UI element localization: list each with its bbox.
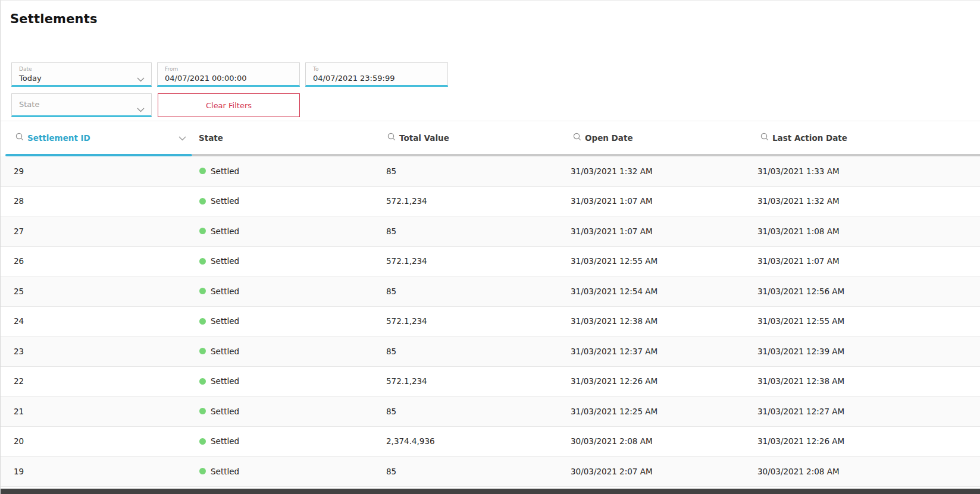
- cell-open: 31/03/2021 1:32 AM: [566, 166, 753, 176]
- cell-state: Settled: [192, 316, 381, 326]
- cell-total: 85: [381, 407, 566, 416]
- state-label: Settled: [211, 347, 239, 356]
- table-row[interactable]: 29Settled8531/03/2021 1:32 AM31/03/2021 …: [1, 156, 980, 187]
- cell-id: 28: [1, 196, 192, 206]
- search-icon[interactable]: [573, 133, 581, 143]
- cell-open: 31/03/2021 12:55 AM: [566, 256, 753, 266]
- chevron-down-icon: [137, 103, 145, 115]
- cell-state: Settled: [192, 376, 381, 386]
- table-row[interactable]: 25Settled8531/03/2021 12:54 AM31/03/2021…: [1, 276, 980, 307]
- filters-row-2: State Clear Filters: [11, 93, 980, 117]
- state-label: Settled: [211, 407, 239, 416]
- table-row[interactable]: 20Settled2,374.4,93630/03/2021 2:08 AM31…: [1, 427, 980, 457]
- bottom-bar: [1, 489, 980, 494]
- state-filter-placeholder: State: [19, 100, 39, 109]
- column-header-total-value[interactable]: Total Value: [381, 133, 566, 143]
- search-icon[interactable]: [760, 133, 769, 143]
- cell-open: 30/03/2021 2:08 AM: [566, 436, 753, 446]
- cell-id: 29: [1, 166, 192, 176]
- cell-state: Settled: [192, 256, 381, 266]
- cell-last: 31/03/2021 12:55 AM: [753, 316, 980, 326]
- status-dot-icon: [199, 168, 206, 174]
- cell-open: 31/03/2021 1:07 AM: [566, 196, 753, 206]
- cell-total: 85: [381, 287, 566, 296]
- state-label: Settled: [211, 226, 239, 236]
- table-row[interactable]: 27Settled8531/03/2021 1:07 AM31/03/2021 …: [1, 216, 980, 247]
- cell-id: 23: [1, 347, 192, 356]
- cell-total: 85: [381, 467, 566, 476]
- cell-state: Settled: [192, 287, 381, 296]
- cell-state: Settled: [192, 166, 381, 176]
- filters-row-1: Date Today From 04/07/2021 00:00:00 To 0…: [11, 62, 980, 87]
- date-filter-dropdown[interactable]: Date Today: [11, 62, 152, 87]
- cell-total: 572.1,234: [381, 256, 566, 266]
- page-title: Settlements: [10, 12, 980, 26]
- cell-id: 21: [1, 407, 192, 416]
- date-filter-value: Today: [19, 74, 145, 83]
- column-label: State: [199, 133, 223, 143]
- settlements-table: Settlement ID State Total Value Open Dat…: [1, 121, 980, 487]
- status-dot-icon: [199, 288, 206, 294]
- state-filter-dropdown[interactable]: State: [11, 93, 152, 117]
- status-dot-icon: [199, 408, 206, 414]
- cell-last: 30/03/2021 2:08 AM: [753, 467, 980, 476]
- status-dot-icon: [199, 348, 206, 354]
- cell-id: 19: [1, 467, 192, 476]
- cell-total: 85: [381, 226, 566, 236]
- state-label: Settled: [211, 467, 239, 476]
- cell-id: 26: [1, 256, 192, 266]
- to-input-value: 04/07/2021 23:59:99: [313, 74, 441, 83]
- column-header-state[interactable]: State: [192, 133, 381, 143]
- table-row[interactable]: 28Settled572.1,23431/03/2021 1:07 AM31/0…: [1, 187, 980, 217]
- cell-state: Settled: [192, 467, 381, 476]
- status-dot-icon: [199, 438, 206, 445]
- column-header-settlement-id[interactable]: Settlement ID: [1, 133, 192, 143]
- table-row[interactable]: 23Settled8531/03/2021 12:37 AM31/03/2021…: [1, 336, 980, 367]
- cell-last: 31/03/2021 1:08 AM: [753, 226, 980, 236]
- state-label: Settled: [211, 256, 239, 266]
- column-label: Settlement ID: [27, 133, 90, 143]
- column-header-last-action-date[interactable]: Last Action Date: [753, 133, 980, 143]
- to-datetime-input[interactable]: To 04/07/2021 23:59:99: [305, 62, 448, 87]
- table-header: Settlement ID State Total Value Open Dat…: [1, 121, 980, 154]
- from-datetime-input[interactable]: From 04/07/2021 00:00:00: [157, 62, 300, 87]
- table-row[interactable]: 26Settled572.1,23431/03/2021 12:55 AM31/…: [1, 247, 980, 277]
- cell-open: 31/03/2021 12:25 AM: [566, 407, 753, 416]
- column-label: Open Date: [585, 133, 633, 143]
- cell-state: Settled: [192, 226, 381, 236]
- cell-open: 31/03/2021 12:54 AM: [566, 287, 753, 296]
- table-row[interactable]: 21Settled8531/03/2021 12:25 AM31/03/2021…: [1, 397, 980, 427]
- table-row[interactable]: 24Settled572.1,23431/03/2021 12:38 AM31/…: [1, 307, 980, 337]
- state-label: Settled: [211, 376, 239, 386]
- column-header-open-date[interactable]: Open Date: [566, 133, 753, 143]
- table-body: 29Settled8531/03/2021 1:32 AM31/03/2021 …: [1, 156, 980, 487]
- cell-state: Settled: [192, 436, 381, 446]
- cell-last: 31/03/2021 12:38 AM: [753, 376, 980, 386]
- table-row[interactable]: 19Settled8530/03/2021 2:07 AM30/03/2021 …: [1, 457, 980, 487]
- to-input-label: To: [313, 66, 441, 73]
- cell-id: 25: [1, 287, 192, 296]
- status-dot-icon: [199, 228, 206, 234]
- status-dot-icon: [199, 378, 206, 385]
- table-row[interactable]: 22Settled572.1,23431/03/2021 12:26 AM31/…: [1, 367, 980, 397]
- cell-open: 31/03/2021 12:26 AM: [566, 376, 753, 386]
- column-label: Total Value: [399, 133, 449, 143]
- search-icon[interactable]: [387, 133, 396, 143]
- cell-id: 22: [1, 376, 192, 386]
- state-label: Settled: [211, 436, 239, 446]
- cell-total: 572.1,234: [381, 316, 566, 326]
- state-label: Settled: [211, 287, 239, 296]
- cell-id: 24: [1, 316, 192, 326]
- search-icon[interactable]: [15, 133, 24, 143]
- from-input-label: From: [165, 66, 293, 73]
- header-underline-rest: [192, 154, 980, 156]
- header-underline: [1, 154, 980, 156]
- clear-filters-button[interactable]: Clear Filters: [158, 93, 300, 117]
- cell-id: 20: [1, 436, 192, 446]
- status-dot-icon: [199, 198, 206, 204]
- cell-open: 31/03/2021 12:37 AM: [566, 347, 753, 356]
- state-label: Settled: [211, 166, 239, 176]
- cell-last: 31/03/2021 12:56 AM: [753, 287, 980, 296]
- chevron-down-icon[interactable]: [179, 133, 186, 143]
- cell-total: 572.1,234: [381, 196, 566, 206]
